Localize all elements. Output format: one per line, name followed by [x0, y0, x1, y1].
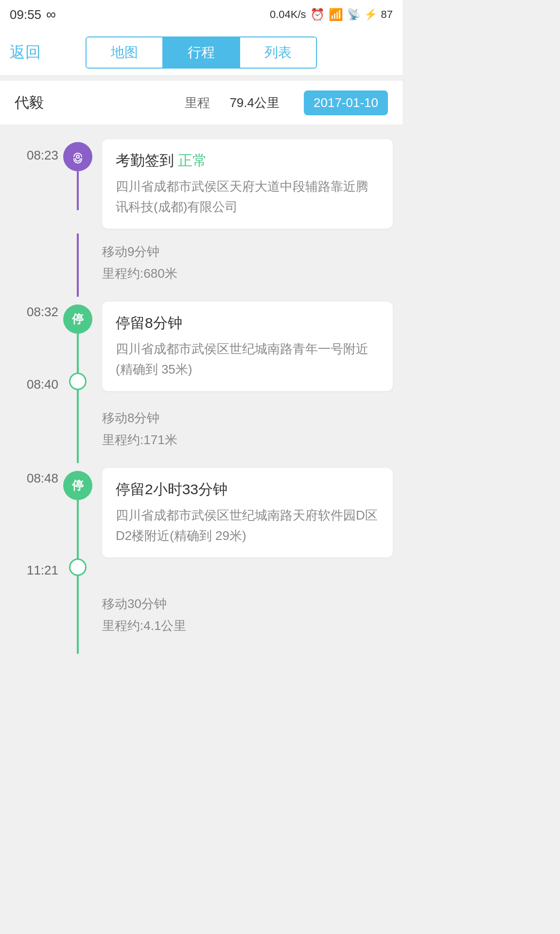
status-bar: 09:55 ∞ 0.04K/s ⏰ 📶 📡 ⚡ 87: [0, 0, 402, 29]
stop-row-2: 08:48 11:21 停 停留2小时33分钟 四川省成都市武侯区世纪城南路天府…: [0, 463, 402, 586]
stop-time-end-2: 11:21: [0, 563, 58, 586]
tab-map[interactable]: 地图: [87, 37, 163, 68]
move-info-3: 移动30分钟 里程约:4.1公里: [97, 586, 402, 644]
nav-bar: 返回 地图 行程 列表: [0, 29, 402, 76]
checkin-title: 考勤签到 正常: [116, 151, 379, 171]
stop-address-1: 四川省成都市武侯区世纪城南路青年一号附近(精确到 35米): [116, 339, 379, 379]
move-line-1: [58, 234, 97, 297]
move-info-2: 移动8分钟 里程约:171米: [97, 400, 402, 458]
stop-row-1: 08:32 08:40 停 停留8分钟 四川省成都市武侯区世纪城南路青年一号附近…: [0, 297, 402, 400]
move-line-3: [58, 586, 97, 654]
move-segment-2: 移动8分钟 里程约:171米: [0, 400, 402, 463]
stop-vert-1: [77, 334, 79, 373]
move-distance-2: 里程约:171米: [102, 431, 393, 449]
svg-point-0: [76, 155, 79, 158]
status-battery: 87: [381, 8, 393, 21]
stop-vert-2: [77, 500, 79, 558]
line-col-checkin: [58, 134, 97, 210]
status-charge-icon: ⚡: [364, 8, 377, 21]
dot-checkin: [63, 142, 92, 171]
status-infinity: ∞: [46, 7, 56, 22]
stop-time-start-1: 08:32: [0, 305, 58, 320]
stop-times-2: 08:48 11:21: [0, 463, 58, 586]
dot-stop-1: 停: [63, 305, 92, 334]
move-distance-1: 里程约:680米: [102, 265, 393, 282]
move-info-1: 移动9分钟 里程约:680米: [97, 234, 402, 292]
time-checkin: 08:23: [0, 134, 58, 163]
dot-small-1: [69, 373, 87, 390]
mileage-label: 里程: [185, 94, 210, 111]
date-badge: 2017-01-10: [304, 90, 388, 115]
move-line-2: [58, 400, 97, 463]
timeline-row-checkin: 08:23 考勤签到 正常 四川省成都市武侯区天府大道中段辅路靠近腾讯科技(: [0, 134, 402, 234]
status-speed: 0.04K/s: [270, 8, 306, 21]
stop-vert-2b: [77, 576, 79, 586]
move-duration-3: 移动30分钟: [102, 595, 393, 612]
stop-time-start-2: 08:48: [0, 471, 58, 486]
stop-title-2: 停留2小时33分钟: [116, 480, 379, 500]
stop-line-col-1: 停: [58, 297, 97, 400]
card-checkin: 考勤签到 正常 四川省成都市武侯区天府大道中段辅路靠近腾讯科技(成都)有限公司: [102, 139, 393, 229]
checkin-address: 四川省成都市武侯区天府大道中段辅路靠近腾讯科技(成都)有限公司: [116, 177, 379, 217]
stop-time-end-1: 08:40: [0, 377, 58, 400]
stop-times-1: 08:32 08:40: [0, 297, 58, 400]
stop-card-col-2: 停留2小时33分钟 四川省成都市武侯区世纪城南路天府软件园D区D2楼附近(精确到…: [97, 463, 402, 586]
card-stop-1: 停留8分钟 四川省成都市武侯区世纪城南路青年一号附近(精确到 35米): [102, 302, 393, 391]
move-duration-2: 移动8分钟: [102, 410, 393, 427]
tab-trip[interactable]: 行程: [163, 37, 240, 68]
move-segment-1: 移动9分钟 里程约:680米: [0, 234, 402, 297]
status-time: 09:55: [10, 7, 41, 22]
nav-tabs: 地图 行程 列表: [86, 36, 317, 69]
move-vert-3: [77, 586, 79, 654]
stop-vert-1b: [77, 390, 79, 400]
driver-name: 代毅: [15, 93, 44, 113]
status-signal-icon: 📡: [347, 8, 360, 21]
timeline: 08:23 考勤签到 正常 四川省成都市武侯区天府大道中段辅路靠近腾讯科技(: [0, 125, 402, 664]
move-vert-2: [77, 400, 79, 463]
move-distance-3: 里程约:4.1公里: [102, 617, 393, 634]
status-wifi-icon: 📶: [329, 8, 343, 21]
stop-line-col-2: 停: [58, 463, 97, 586]
tab-list[interactable]: 列表: [240, 37, 316, 68]
back-button[interactable]: 返回: [10, 42, 41, 63]
stop-address-2: 四川省成都市武侯区世纪城南路天府软件园D区D2楼附近(精确到 29米): [116, 505, 379, 546]
move-vert-1: [77, 234, 79, 297]
mileage-value: 79.4公里: [229, 94, 280, 111]
move-duration-1: 移动9分钟: [102, 243, 393, 260]
dot-stop-2: 停: [63, 471, 92, 500]
line-after-checkin: [77, 171, 79, 210]
info-bar: 代毅 里程 79.4公里 2017-01-10: [0, 81, 402, 125]
dot-small-2: [69, 558, 87, 576]
stop-card-col-1: 停留8分钟 四川省成都市武侯区世纪城南路青年一号附近(精确到 35米): [97, 297, 402, 400]
move-segment-3: 移动30分钟 里程约:4.1公里: [0, 586, 402, 654]
status-clock-icon: ⏰: [310, 8, 325, 21]
stop-title-1: 停留8分钟: [116, 313, 379, 333]
card-stop-2: 停留2小时33分钟 四川省成都市武侯区世纪城南路天府软件园D区D2楼附近(精确到…: [102, 468, 393, 557]
